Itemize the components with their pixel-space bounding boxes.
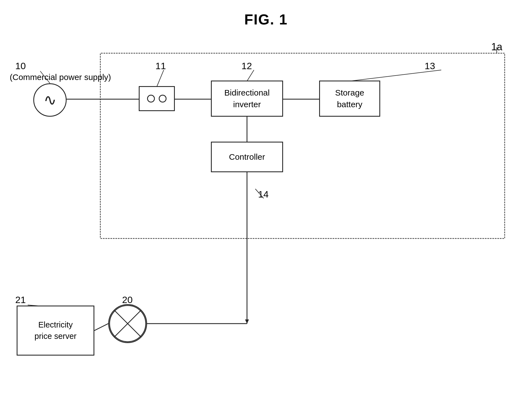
label-21: 21	[15, 294, 26, 305]
controller-label: Controller	[229, 152, 265, 162]
svg-point-2	[110, 306, 146, 342]
svg-marker-18	[245, 319, 249, 324]
diagram-container: FIG. 1 1a 10 (Commercial power supply) ∿…	[0, 0, 532, 415]
label-12: 12	[241, 61, 252, 71]
inverter-label: Bidirectionalinverter	[224, 87, 269, 110]
svg-line-17	[94, 324, 108, 331]
label-1a: 1a	[491, 41, 502, 53]
switch-circle-right	[159, 95, 167, 102]
label-14: 14	[258, 189, 269, 200]
label-commercial: (Commercial power supply)	[10, 72, 111, 82]
battery-box: Storagebattery	[319, 81, 380, 117]
system-box	[100, 53, 505, 239]
inverter-box: Bidirectionalinverter	[211, 81, 283, 117]
label-20: 20	[122, 294, 133, 305]
network-node-svg	[109, 305, 146, 342]
label-13: 13	[425, 61, 435, 71]
battery-label: Storagebattery	[335, 87, 364, 110]
ac-wave-symbol: ∿	[44, 92, 57, 108]
server-label: Electricityprice server	[34, 319, 77, 342]
ac-source-symbol: ∿	[33, 83, 67, 117]
network-node	[108, 304, 147, 343]
controller-box: Controller	[211, 142, 283, 172]
figure-title: FIG. 1	[0, 11, 532, 28]
label-11: 11	[155, 61, 166, 71]
switch-box	[139, 86, 175, 111]
server-box: Electricityprice server	[17, 306, 94, 356]
switch-circle-left	[147, 95, 155, 102]
label-10: 10	[15, 61, 26, 71]
